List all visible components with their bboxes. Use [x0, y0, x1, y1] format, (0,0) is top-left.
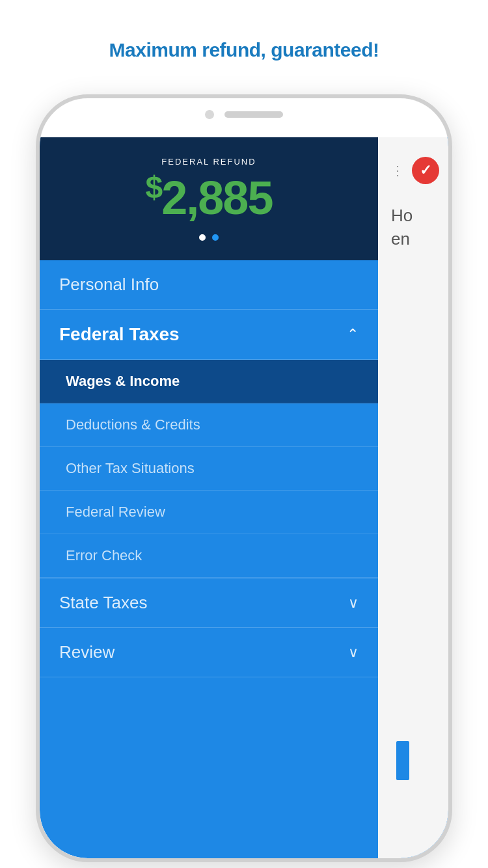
state-taxes-label: State Taxes — [59, 593, 147, 613]
deductions-credits-label: Deductions & Credits — [66, 416, 200, 433]
submenu-item-error-check[interactable]: Error Check — [40, 534, 378, 578]
speaker-slot — [224, 111, 283, 118]
phone-inner: FEDERAL REFUND $2,885 Personal Info — [40, 98, 448, 858]
federal-review-label: Federal Review — [66, 504, 165, 520]
right-panel-text: Ho en — [385, 204, 446, 251]
state-taxes-header[interactable]: State Taxes ∨ — [40, 578, 378, 628]
submenu-item-deductions[interactable]: Deductions & Credits — [40, 403, 378, 447]
wages-income-label: Wages & Income — [66, 373, 180, 389]
review-chevron-icon: ∨ — [348, 644, 359, 661]
right-panel-text-line1: Ho — [391, 206, 413, 225]
submenu-item-wages[interactable]: Wages & Income — [40, 360, 378, 403]
pagination-dots — [53, 234, 365, 241]
refund-banner: FEDERAL REFUND $2,885 — [40, 137, 378, 260]
refund-number: 2,885 — [161, 172, 272, 224]
dots-menu-icon[interactable]: ⋮ — [391, 163, 405, 178]
state-taxes-chevron-icon: ∨ — [348, 595, 359, 612]
submenu-item-federal-review[interactable]: Federal Review — [40, 491, 378, 534]
tagline: Maximum refund, guaranteed! — [0, 0, 488, 81]
camera-dot — [205, 110, 214, 119]
federal-taxes-chevron-icon: ⌃ — [347, 326, 359, 343]
phone-frame: FEDERAL REFUND $2,885 Personal Info — [36, 94, 452, 862]
left-panel: FEDERAL REFUND $2,885 Personal Info — [40, 137, 378, 858]
refund-amount: $2,885 — [53, 172, 365, 221]
dollar-sign: $ — [146, 170, 162, 204]
screen: FEDERAL REFUND $2,885 Personal Info — [40, 137, 448, 858]
review-label: Review — [59, 642, 115, 662]
review-header[interactable]: Review ∨ — [40, 628, 378, 677]
dot-1 — [199, 234, 206, 241]
error-check-label: Error Check — [66, 547, 142, 563]
submenu-item-other-tax[interactable]: Other Tax Situations — [40, 447, 378, 491]
menu-list: Personal Info Federal Taxes ⌃ Wages & In… — [40, 260, 378, 858]
refund-label: FEDERAL REFUND — [53, 157, 365, 167]
personal-info-label: Personal Info — [59, 275, 159, 294]
right-panel-text-line2: en — [391, 229, 410, 249]
federal-taxes-label: Federal Taxes — [59, 324, 180, 345]
phone-top-bar — [205, 110, 283, 119]
dot-2 — [212, 234, 219, 241]
blue-bar-decoration — [396, 741, 409, 780]
right-panel: ⋮ ✓ Ho en — [378, 137, 448, 858]
checkmark-icon: ✓ — [420, 162, 431, 179]
check-badge: ✓ — [412, 157, 439, 184]
right-panel-icons: ⋮ ✓ — [385, 150, 446, 191]
federal-taxes-header[interactable]: Federal Taxes ⌃ — [40, 310, 378, 360]
menu-item-personal-info[interactable]: Personal Info — [40, 260, 378, 310]
other-tax-situations-label: Other Tax Situations — [66, 460, 195, 476]
